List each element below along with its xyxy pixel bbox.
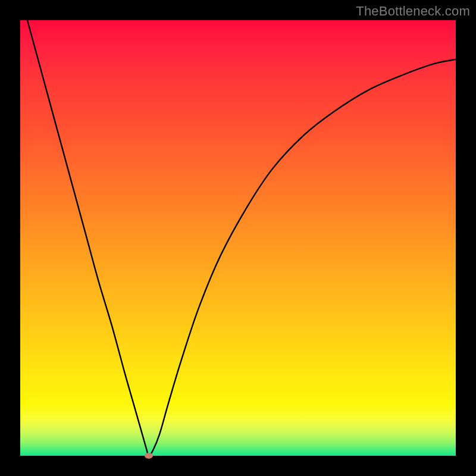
minimum-marker: [145, 453, 153, 459]
plot-area: [20, 20, 456, 456]
watermark-text: TheBottleneck.com: [356, 4, 470, 19]
bottleneck-curve: [20, 20, 456, 456]
chart-frame: TheBottleneck.com: [0, 0, 476, 476]
